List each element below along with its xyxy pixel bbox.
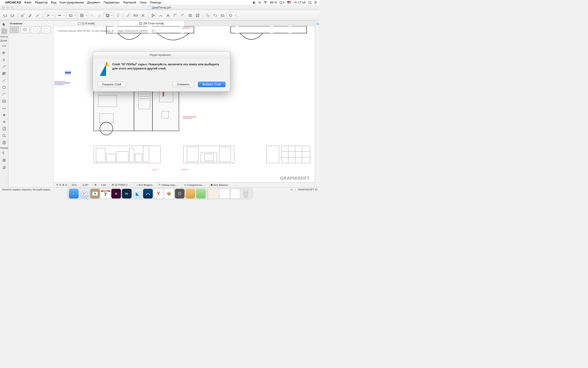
menu-help[interactable]: Помощь [150, 1, 161, 4]
toggl-icon[interactable]: ◐ [253, 1, 256, 4]
spotlight-icon[interactable] [308, 1, 312, 4]
grid-dropdown[interactable]: ▾ [78, 12, 88, 19]
magicwand-button[interactable] [125, 12, 132, 19]
window-minimize[interactable] [6, 6, 9, 9]
fill-tool[interactable] [1, 71, 7, 76]
dock-finder[interactable]: ☺ [69, 189, 78, 199]
trace-dropdown[interactable]: ▾ [104, 12, 114, 19]
menu-document[interactable]: Документ [87, 1, 100, 4]
dock-mail[interactable] [90, 189, 100, 199]
label-tool[interactable]: A1 [1, 64, 7, 69]
gravity-button[interactable] [89, 12, 95, 19]
suspend-button[interactable] [115, 12, 121, 19]
undo-button[interactable] [2, 12, 8, 19]
trim-button[interactable] [140, 12, 146, 19]
resize-button[interactable] [180, 12, 186, 19]
scissor-button[interactable] [150, 12, 157, 19]
graphisoft-id-label[interactable]: GRAPHISOFT ID [298, 188, 317, 191]
marquee-mode-hollow[interactable] [20, 26, 29, 33]
angle-value[interactable]: 0,00° [83, 184, 89, 186]
marquee-mode-solid[interactable] [10, 26, 19, 33]
split-button[interactable] [187, 12, 193, 19]
show-layer-button[interactable]: Показать Слой [98, 82, 126, 87]
override-value[interactable]: Без Замены [214, 184, 228, 186]
layerset-value[interactable]: 02 ПЛАН С… [115, 184, 130, 186]
ruler-button[interactable]: 1 2 [132, 12, 139, 19]
window-close[interactable] [2, 6, 5, 9]
zoom-in-icon[interactable]: ⊕ [62, 183, 64, 186]
dock-settings[interactable] [175, 189, 184, 199]
dock-recent-2[interactable] [220, 189, 229, 199]
app-name[interactable]: ARCHICAD [5, 1, 21, 4]
dock-trash[interactable] [241, 189, 250, 199]
plane-button[interactable] [96, 12, 103, 19]
drawing-tool[interactable] [1, 98, 7, 104]
cancel-button[interactable]: Отменить [172, 82, 194, 87]
dimension-tool[interactable]: 1.2 [1, 43, 7, 49]
link-button[interactable] [212, 12, 218, 19]
menu-parameters[interactable]: Параметры [104, 1, 120, 4]
dock-calendar[interactable]: НОЯБ 7 [101, 189, 110, 199]
messages-icon[interactable]: ▭ [290, 188, 293, 191]
dock-recent-1[interactable] [209, 189, 219, 199]
scale-value[interactable]: 1:50 [101, 184, 106, 186]
dock-recent-3[interactable] [230, 189, 240, 199]
drawset-value[interactable]: Специальны… [187, 184, 205, 186]
circle-tool[interactable] [1, 85, 7, 90]
morph-tool[interactable] [1, 165, 7, 170]
model-value[interactable]: Вся Модель [139, 184, 153, 186]
dock-yandex[interactable]: Y [153, 189, 163, 199]
battery-icon[interactable] [279, 1, 285, 4]
penset-value[interactable]: Набор перь… [162, 184, 178, 186]
menu-extras-icon[interactable]: ☰ [314, 1, 317, 4]
fit-icon[interactable]: ⊡ [65, 183, 67, 186]
chevron-right-icon[interactable]: › [78, 184, 78, 186]
navigator-collapsed[interactable] [315, 21, 319, 187]
marquee-tool[interactable] [1, 28, 7, 34]
elevation-tool[interactable] [1, 112, 7, 118]
change-tool[interactable] [1, 140, 7, 145]
marquee-mode-3[interactable] [31, 26, 40, 33]
navigator-icon[interactable] [315, 22, 319, 25]
guideline-dropdown[interactable]: ▾ [45, 12, 55, 19]
select-layer-button[interactable]: Выбрать Слой [198, 82, 225, 87]
hotspot-tool[interactable] [1, 157, 7, 163]
text-tool[interactable]: A [1, 57, 7, 63]
wifi-icon[interactable] [264, 1, 267, 4]
menu-teamwork[interactable]: Teamwork [123, 1, 136, 4]
interior-elev-tool[interactable] [1, 119, 7, 125]
section-tool[interactable] [1, 105, 7, 111]
creative-cloud-icon[interactable]: ⊚ [258, 1, 261, 4]
menu-file[interactable]: Файл [24, 1, 31, 4]
dock-photoshop[interactable]: Ps [122, 189, 132, 199]
eyedropper-button[interactable] [27, 12, 33, 19]
tab-floor1[interactable]: [1-й этаж] [53, 21, 119, 26]
coord-dropdown[interactable]: XY▾ [67, 12, 77, 19]
redo-button[interactable] [9, 12, 16, 19]
arrow-tool[interactable] [1, 22, 7, 27]
dock-bimx[interactable] [143, 189, 153, 199]
input-flag-us[interactable] [287, 1, 291, 4]
line-tool[interactable] [1, 78, 7, 83]
group-button[interactable] [205, 12, 211, 19]
worksheet-tool[interactable] [1, 126, 7, 132]
reservation-dropdown[interactable]: ▾ [227, 12, 237, 19]
tab-floorplan06[interactable]: [06 План полов] [119, 21, 184, 26]
grid-tool[interactable] [1, 151, 7, 156]
window-zoom[interactable] [10, 6, 13, 9]
snap-dropdown[interactable]: ▾ [56, 12, 66, 19]
detail-tool[interactable] [1, 133, 7, 138]
clock[interactable]: Чт 17:16 [294, 1, 305, 4]
dock-photos[interactable] [164, 189, 174, 199]
intersect-button[interactable] [165, 12, 171, 19]
menu-editor[interactable]: Редактор [35, 1, 48, 4]
dock-indesign[interactable]: Id [111, 189, 121, 199]
measure-button[interactable] [19, 12, 26, 19]
menu-view[interactable]: Вид [51, 1, 57, 4]
menu-construction[interactable]: Конструирование [60, 1, 84, 4]
arc-tool[interactable] [1, 92, 7, 97]
align-button[interactable] [194, 12, 201, 19]
orbit-icon[interactable]: ⟲ [56, 183, 58, 186]
dock-preview[interactable] [196, 189, 206, 199]
marquee-mode-4[interactable] [41, 26, 51, 33]
